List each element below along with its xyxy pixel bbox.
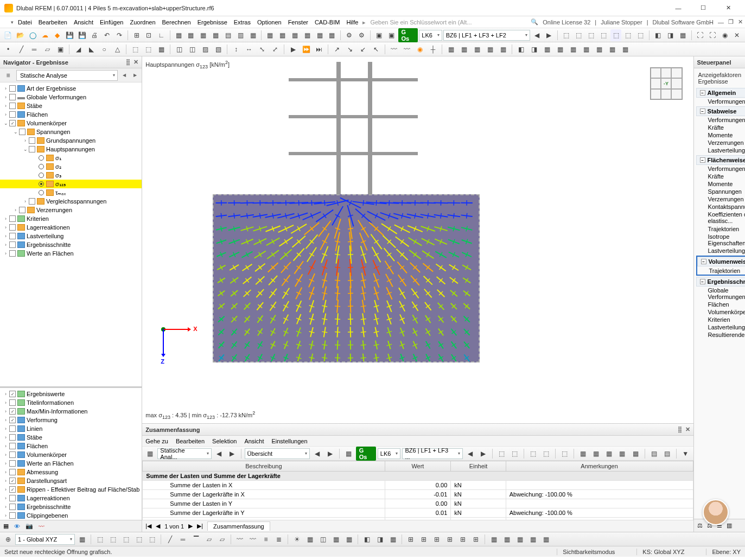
tree-item[interactable]: ›Lastverteilung <box>0 232 142 240</box>
tab-more-icon[interactable]: ▥ <box>727 522 732 529</box>
factor-row[interactable]: Verformungen352.78 <box>696 98 745 105</box>
tree-item[interactable]: ›Werte an Flächen <box>0 459 142 468</box>
save-icon[interactable]: 💾 <box>64 29 75 41</box>
save-all-icon[interactable]: 💾 <box>77 29 88 41</box>
tree-item[interactable]: ›Ergebnisschnitte <box>0 502 142 511</box>
summary-tab[interactable]: Zusammenfassung <box>207 521 270 531</box>
node-icon[interactable]: • <box>2 43 14 55</box>
search-icon[interactable]: 🔍 <box>531 18 538 26</box>
tb-icon[interactable]: ▦ <box>289 29 301 41</box>
menu-extras[interactable]: Extras <box>231 18 254 27</box>
next-icon[interactable]: ▶ <box>131 71 139 80</box>
tb-icon[interactable]: ◧ <box>652 29 664 41</box>
factor-row[interactable]: Globale Verformungen1.00 <box>696 287 745 301</box>
gos-badge[interactable]: G Os <box>356 447 376 461</box>
tree-item[interactable]: ›Rippen - Effektiver Beitrag auf Fläche/… <box>0 485 142 494</box>
menu-datei[interactable]: Datei <box>15 18 35 27</box>
inner-restore-icon[interactable]: ❐ <box>728 18 734 26</box>
menu-ergebnisse[interactable]: Ergebnisse <box>194 18 231 27</box>
redo-icon[interactable]: ↷ <box>113 29 125 41</box>
tb-icon[interactable]: ⬚ <box>142 43 154 55</box>
tb-icon[interactable]: ▤ <box>222 29 234 41</box>
tb-icon[interactable]: ▔ <box>190 533 202 545</box>
new-icon[interactable]: 📄 <box>2 29 14 41</box>
factor-row[interactable]: Lastverteilung1.00 <box>696 147 745 154</box>
tb-icon[interactable]: ⏭ <box>313 43 325 55</box>
tb-icon[interactable]: ⬚ <box>146 533 158 545</box>
menu-hilfe[interactable]: Hilfe <box>343 18 361 27</box>
tb-icon[interactable]: ▦ <box>155 43 167 55</box>
tb-icon[interactable]: ◫ <box>186 43 198 55</box>
menu-app-icon[interactable] <box>2 18 10 26</box>
pin-icon[interactable]: ⣿ <box>126 59 130 66</box>
factor-row[interactable]: Kontaktspannungen0.00 <box>696 203 745 211</box>
tb-icon[interactable]: ▦ <box>606 43 618 55</box>
ortho-icon[interactable]: ∟ <box>156 29 167 41</box>
tb-icon[interactable]: ⬚ <box>573 29 584 41</box>
prev-page-icon[interactable]: ◀ <box>156 523 160 530</box>
tree-item[interactable]: ›Stäbe <box>0 433 142 442</box>
tb-icon[interactable]: ◢ <box>72 43 84 55</box>
summary-menu-item[interactable]: Gehe zu <box>145 438 168 444</box>
last-page-icon[interactable]: ▶| <box>197 523 203 530</box>
tb-icon[interactable]: ✕ <box>731 29 743 41</box>
tb-icon[interactable]: ▦ <box>277 29 288 41</box>
tb-icon[interactable]: ⬚ <box>527 448 539 460</box>
tb-icon[interactable]: ▦ <box>471 43 483 55</box>
cloud-icon[interactable]: ☁ <box>39 29 50 41</box>
tb-icon[interactable]: ⊞ <box>418 533 430 545</box>
tb-icon[interactable]: ⊞ <box>444 533 456 545</box>
tb-icon[interactable]: ↖ <box>370 43 382 55</box>
solid-icon[interactable]: ▣ <box>54 43 66 55</box>
gos-badge[interactable]: G Os <box>398 28 418 42</box>
first-page-icon[interactable]: |◀ <box>145 523 151 530</box>
viewport-3d[interactable]: Hauptspannungen σ123 [kN/m2] -Y X Z <box>142 56 693 423</box>
tb-icon[interactable]: ▦ <box>210 29 221 41</box>
tree-item[interactable]: ›Verformung <box>0 416 142 424</box>
menu-cad-bim[interactable]: CAD-BIM <box>311 18 343 27</box>
tb-icon[interactable]: ▦ <box>327 29 338 41</box>
tree-item[interactable]: ›Titelinformationen <box>0 398 142 407</box>
tb-icon[interactable]: ⏩ <box>300 43 312 55</box>
tb-icon[interactable]: ⬚ <box>635 29 646 41</box>
tree-item[interactable]: ›Kriterien <box>0 214 142 223</box>
factor-row[interactable]: Momente1.00 <box>696 131 745 139</box>
tb-icon[interactable]: ▦ <box>593 43 605 55</box>
factor-row[interactable]: Lastverteilung1.00 <box>696 323 745 331</box>
tb-icon[interactable]: ┼ <box>427 43 439 55</box>
tb-icon[interactable]: 〰 <box>247 533 259 545</box>
next-page-icon[interactable]: ▶ <box>188 523 193 530</box>
tree-item[interactable]: ›Ergebnisschnitte <box>0 240 142 249</box>
next-icon[interactable]: ▶ <box>226 448 238 460</box>
tb-icon[interactable]: ▦ <box>198 29 209 41</box>
bz-combo[interactable]: BZ6 | LF1 + LF3 + LF2 <box>443 30 530 41</box>
tb-icon[interactable]: ▦ <box>540 533 552 545</box>
support-avatar[interactable] <box>703 499 729 525</box>
tb-icon[interactable]: ⤢ <box>269 43 281 55</box>
group-header[interactable]: −Volumenweise <box>697 257 745 266</box>
snap-icon[interactable]: ⊡ <box>143 29 155 41</box>
tb-icon[interactable]: ⬚ <box>496 448 507 460</box>
tb-icon[interactable]: ▦ <box>387 533 399 545</box>
summary-menu-item[interactable]: Ansicht <box>244 438 264 444</box>
tree-item[interactable]: ›Lagerreaktionen <box>0 223 142 232</box>
tb-icon[interactable]: ▦ <box>314 29 326 41</box>
bz-combo[interactable]: BZ6 | LF1 + LF3 ... <box>402 448 463 459</box>
tb-icon[interactable]: ▣ <box>373 29 385 41</box>
summary-menu-item[interactable]: Selektion <box>212 438 237 444</box>
factor-row[interactable]: Koeffizienten der elastisc...0.00 <box>696 211 745 225</box>
tb-icon[interactable]: ▦ <box>501 533 513 545</box>
undo-icon[interactable]: ↶ <box>101 29 113 41</box>
tb-icon[interactable]: ▦ <box>527 533 539 545</box>
tb-icon[interactable]: ◫ <box>317 533 329 545</box>
tb-icon[interactable]: ▤ <box>661 448 673 460</box>
globe-icon[interactable]: ◯ <box>27 29 39 41</box>
tb-icon[interactable]: ↔ <box>243 43 255 55</box>
tb-icon[interactable]: ◨ <box>665 29 676 41</box>
tab-data-icon[interactable]: ▦ <box>3 523 9 530</box>
tb-icon[interactable]: ▦ <box>577 448 589 460</box>
tb-icon[interactable]: ◣ <box>85 43 97 55</box>
tb-icon[interactable]: 〰 <box>234 533 246 545</box>
tb-icon[interactable]: ⬚ <box>129 43 141 55</box>
tree-item[interactable]: σ₃ <box>0 171 142 180</box>
